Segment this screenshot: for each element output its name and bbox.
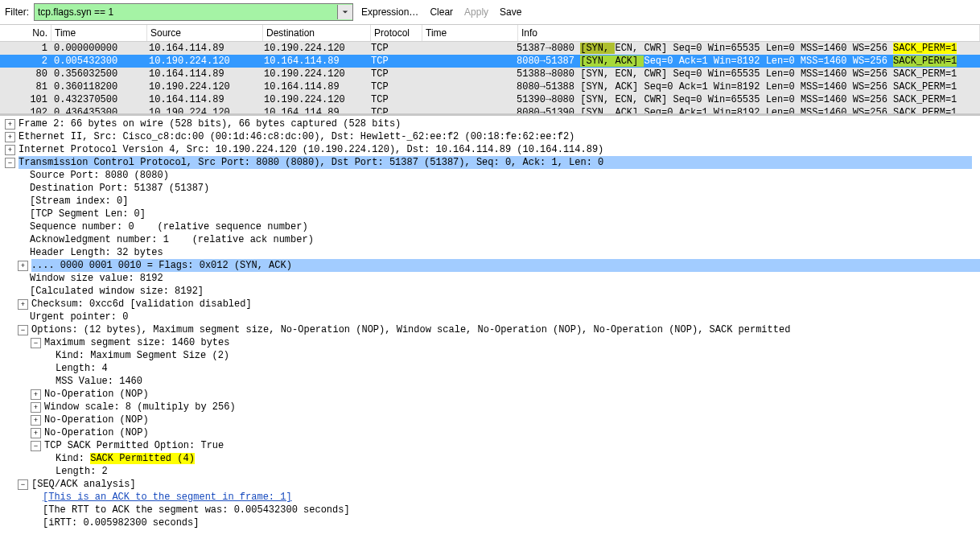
packet-row[interactable]: 20.00543230010.190.224.12010.164.114.89T…: [0, 55, 980, 68]
filter-save-button[interactable]: Save: [496, 6, 525, 18]
filter-expression-button[interactable]: Expression…: [358, 6, 422, 18]
collapse-icon[interactable]: −: [18, 325, 28, 335]
tree-line[interactable]: Header Length: 32 bytes: [0, 246, 980, 259]
tree-line[interactable]: [The RTT to ACK the segment was: 0.00543…: [0, 504, 980, 516]
tree-line[interactable]: −Options: (12 bytes), Maximum segment si…: [0, 323, 980, 336]
col-source[interactable]: Source: [147, 25, 263, 41]
tree-line[interactable]: −TCP SACK Permitted Option: True: [0, 439, 980, 452]
tree-line[interactable]: +Checksum: 0xcc6d [validation disabled]: [0, 298, 980, 311]
tree-line[interactable]: Kind: Maximum Segment Size (2): [0, 349, 980, 362]
expand-icon[interactable]: +: [31, 389, 41, 400]
filter-toolbar: Filter: Expression… Clear Apply Save: [0, 0, 980, 24]
tree-line[interactable]: Kind: SACK Permitted (4): [0, 452, 980, 465]
tree-line[interactable]: +Frame 2: 66 bytes on wire (528 bits), 6…: [0, 117, 980, 130]
collapse-icon[interactable]: −: [31, 338, 41, 348]
tree-line[interactable]: MSS Value: 1460: [0, 375, 980, 388]
tree-line[interactable]: Length: 2: [0, 465, 980, 478]
packet-row[interactable]: 1010.43237050010.164.114.8910.190.224.12…: [0, 93, 980, 106]
chevron-down-icon: [342, 9, 348, 15]
collapse-icon[interactable]: −: [18, 479, 28, 490]
expand-icon[interactable]: +: [31, 415, 41, 426]
expand-icon[interactable]: +: [5, 132, 15, 142]
collapse-icon[interactable]: −: [5, 158, 15, 168]
packet-row[interactable]: 10.00000000010.164.114.8910.190.224.120T…: [0, 42, 980, 55]
col-no[interactable]: No.: [0, 25, 51, 41]
tree-line[interactable]: Window size value: 8192: [0, 272, 980, 285]
tree-line[interactable]: +Internet Protocol Version 4, Src: 10.19…: [0, 143, 980, 156]
packet-row[interactable]: 800.35603250010.164.114.8910.190.224.120…: [0, 68, 980, 80]
tree-line[interactable]: −[SEQ/ACK analysis]: [0, 478, 980, 491]
tree-line[interactable]: [Stream index: 0]: [0, 195, 980, 208]
packet-details-tree[interactable]: +Frame 2: 66 bytes on wire (528 bits), 6…: [0, 115, 980, 543]
expand-icon[interactable]: +: [18, 261, 28, 271]
col-time[interactable]: Time: [51, 25, 147, 41]
expand-icon[interactable]: +: [31, 402, 41, 413]
filter-clear-button[interactable]: Clear: [426, 6, 456, 18]
packet-list[interactable]: No. Time Source Destination Protocol Tim…: [0, 24, 980, 115]
expand-icon[interactable]: +: [18, 299, 28, 310]
collapse-icon[interactable]: −: [31, 441, 41, 451]
filter-input-container[interactable]: [34, 3, 353, 21]
expand-icon[interactable]: +: [5, 145, 15, 155]
tree-line[interactable]: [This is an ACK to the segment in frame:…: [0, 491, 980, 504]
tree-line[interactable]: +No-Operation (NOP): [0, 413, 980, 426]
tree-line[interactable]: −Transmission Control Protocol, Src Port…: [0, 156, 980, 169]
packet-list-header: No. Time Source Destination Protocol Tim…: [0, 25, 980, 42]
tree-line[interactable]: Urgent pointer: 0: [0, 311, 980, 323]
filter-label: Filter:: [5, 6, 29, 18]
expand-icon[interactable]: +: [5, 119, 15, 130]
tree-line[interactable]: +No-Operation (NOP): [0, 426, 980, 439]
col-protocol[interactable]: Protocol: [371, 25, 422, 41]
col-time2[interactable]: Time: [422, 25, 518, 41]
tree-line[interactable]: [Calculated window size: 8192]: [0, 285, 980, 298]
col-info[interactable]: Info: [518, 25, 980, 41]
filter-dropdown-button[interactable]: [337, 5, 352, 19]
tree-line[interactable]: +No-Operation (NOP): [0, 388, 980, 401]
packet-row[interactable]: 810.36011820010.190.224.12010.164.114.89…: [0, 80, 980, 93]
filter-apply-button[interactable]: Apply: [461, 6, 492, 18]
tree-line[interactable]: +.... 0000 0001 0010 = Flags: 0x012 (SYN…: [0, 259, 980, 272]
tree-line[interactable]: Length: 4: [0, 362, 980, 375]
col-destination[interactable]: Destination: [263, 25, 371, 41]
tree-line[interactable]: −Maximum segment size: 1460 bytes: [0, 336, 980, 349]
tree-line[interactable]: Destination Port: 51387 (51387): [0, 182, 980, 195]
packet-row[interactable]: 1020.43643530010.190.224.12010.164.114.8…: [0, 106, 980, 115]
tree-line[interactable]: [iRTT: 0.005982300 seconds]: [0, 516, 980, 529]
tree-line[interactable]: Acknowledgment number: 1 (relative ack n…: [0, 233, 980, 246]
tree-line[interactable]: [TCP Segment Len: 0]: [0, 208, 980, 220]
tree-line[interactable]: +Ethernet II, Src: Cisco_c8:dc:00 (00:1d…: [0, 130, 980, 143]
expand-icon[interactable]: +: [31, 428, 41, 438]
tree-line[interactable]: +Window scale: 8 (multiply by 256): [0, 401, 980, 413]
filter-input[interactable]: [35, 5, 337, 19]
tree-line[interactable]: Sequence number: 0 (relative sequence nu…: [0, 220, 980, 233]
tree-line[interactable]: Source Port: 8080 (8080): [0, 169, 980, 182]
